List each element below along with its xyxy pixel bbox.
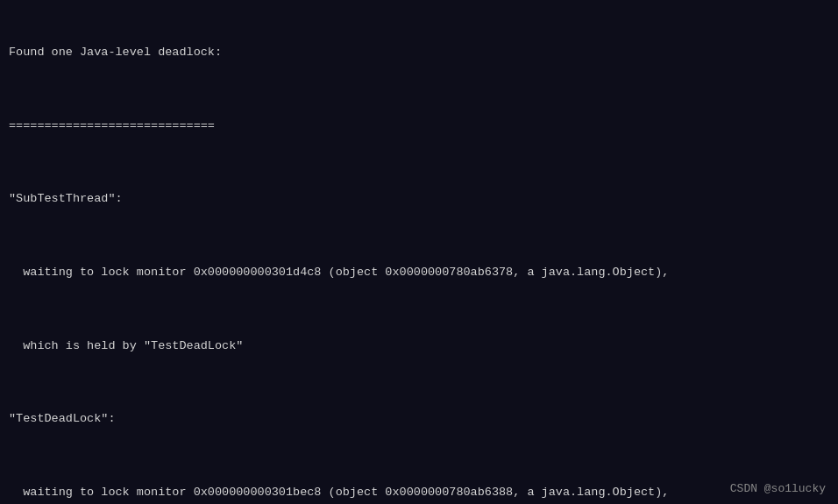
line-1: Found one Java-level deadlock:	[9, 44, 829, 62]
branding-label: CSDN @so1lucky	[730, 482, 826, 495]
terminal-window: Found one Java-level deadlock: =========…	[0, 0, 838, 504]
line-7: waiting to lock monitor 0x000000000301be…	[9, 484, 829, 502]
terminal-output: Found one Java-level deadlock: =========…	[9, 7, 829, 504]
line-3: "SubTestThread":	[9, 190, 829, 209]
line-5: which is held by "TestDeadLock"	[9, 337, 829, 356]
line-2: =============================	[9, 117, 829, 136]
line-6: "TestDeadLock":	[9, 410, 829, 429]
line-4: waiting to lock monitor 0x000000000301d4…	[9, 264, 829, 282]
